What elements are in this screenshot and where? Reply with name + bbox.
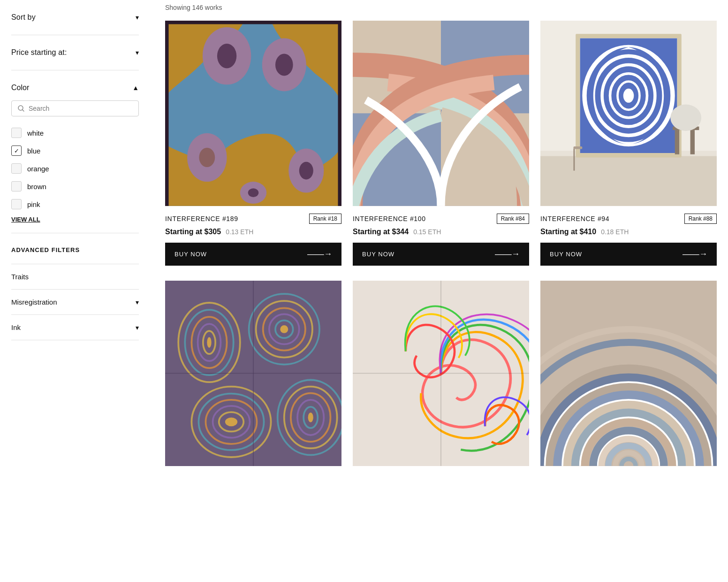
artwork-card-6 (540, 281, 717, 477)
svg-point-10 (299, 162, 313, 180)
sort-by-label: Sort by (11, 13, 36, 22)
artwork-meta-1: INTERFERENCE #189 Rank #18 (165, 214, 341, 224)
sort-by-header[interactable]: Sort by ▾ (11, 13, 139, 22)
buy-now-button-3[interactable]: BUY NOW ——→ (540, 243, 717, 266)
price-usd-1: Starting at $305 (165, 228, 221, 236)
artwork-image-5 (353, 281, 529, 466)
svg-line-1 (23, 110, 24, 112)
traits-filter[interactable]: Traits (11, 264, 139, 289)
orange-swatch (11, 163, 22, 174)
ink-label: Ink (11, 323, 21, 331)
misregistration-label: Misregistration (11, 298, 57, 306)
svg-rect-15 (338, 21, 341, 206)
ink-chevron-icon: ▾ (136, 324, 139, 331)
artwork-card-4 (165, 281, 341, 477)
price-label: Price starting at: (11, 48, 67, 57)
buy-now-arrow-3: ——→ (682, 249, 707, 259)
artwork-svg-6 (540, 281, 717, 466)
buy-now-label-2: BUY NOW (362, 251, 394, 258)
main-content: Showing 146 works (150, 0, 728, 582)
price-row-2: Starting at $344 0.15 ETH (353, 228, 529, 236)
advanced-filters-title: ADVANCED FILTERS (11, 246, 139, 253)
color-section: Color ▲ white ✓ blue (11, 70, 139, 233)
color-search-box[interactable] (11, 100, 139, 116)
artwork-title-2: INTERFERENCE #100 (353, 215, 426, 222)
svg-point-50 (280, 325, 288, 333)
traits-label: Traits (11, 273, 29, 281)
buy-now-label-1: BUY NOW (174, 251, 207, 258)
color-item-blue[interactable]: ✓ blue (11, 142, 139, 160)
price-eth-3: 0.18 ETH (601, 228, 629, 236)
price-row-1: Starting at $305 0.13 ETH (165, 228, 341, 236)
svg-point-30 (623, 89, 634, 103)
color-label-pink: pink (27, 200, 40, 208)
artwork-title-1: INTERFERENCE #189 (165, 215, 238, 222)
buy-now-label-3: BUY NOW (550, 251, 582, 258)
color-label: Color (11, 84, 29, 92)
rank-badge-1: Rank #18 (309, 214, 341, 224)
brown-swatch (11, 181, 22, 191)
svg-point-44 (207, 337, 211, 348)
color-item-brown[interactable]: brown (11, 177, 139, 195)
price-chevron-icon: ▾ (136, 49, 139, 56)
color-item-pink[interactable]: pink (11, 195, 139, 213)
artwork-svg-3 (540, 21, 717, 206)
buy-now-arrow-2: ——→ (495, 249, 520, 259)
color-label-blue: blue (27, 147, 40, 155)
color-search-input[interactable] (29, 105, 133, 112)
artwork-svg-1 (165, 21, 341, 206)
pink-swatch (11, 199, 22, 209)
svg-point-9 (199, 148, 215, 167)
sidebar: Sort by ▾ Price starting at: ▾ Color ▲ (0, 0, 150, 582)
svg-point-7 (217, 44, 236, 69)
svg-rect-33 (690, 130, 695, 154)
rank-badge-2: Rank #84 (497, 214, 529, 224)
artwork-card-2: INTERFERENCE #100 Rank #84 Starting at $… (353, 21, 529, 266)
buy-now-arrow-1: ——→ (307, 249, 332, 259)
view-all-colors[interactable]: VIEW ALL (11, 216, 40, 223)
artwork-card-1: INTERFERENCE #189 Rank #18 Starting at $… (165, 21, 341, 266)
ink-filter[interactable]: Ink ▾ (11, 314, 139, 340)
misregistration-filter[interactable]: Misregistration ▾ (11, 289, 139, 314)
color-item-orange[interactable]: orange (11, 160, 139, 177)
buy-now-button-1[interactable]: BUY NOW ——→ (165, 243, 341, 266)
artwork-meta-2: INTERFERENCE #100 Rank #84 (353, 214, 529, 224)
color-label-brown: brown (27, 183, 46, 191)
price-header[interactable]: Price starting at: ▾ (11, 48, 139, 57)
svg-point-62 (308, 413, 313, 422)
rank-badge-3: Rank #88 (684, 214, 717, 224)
color-label-white: white (27, 129, 44, 137)
advanced-filters-section: ADVANCED FILTERS Traits Misregistration … (11, 233, 139, 350)
color-chevron-icon: ▲ (132, 84, 139, 92)
artworks-grid: INTERFERENCE #189 Rank #18 Starting at $… (165, 21, 717, 477)
artwork-svg-2 (353, 21, 529, 206)
svg-rect-20 (540, 153, 717, 206)
price-eth-1: 0.13 ETH (226, 228, 253, 236)
svg-rect-36 (574, 149, 575, 171)
svg-point-35 (670, 105, 701, 131)
artwork-image-1 (165, 21, 341, 206)
artwork-image-4 (165, 281, 341, 466)
svg-rect-37 (574, 146, 583, 149)
artwork-svg-5 (353, 281, 529, 466)
buy-now-button-2[interactable]: BUY NOW ——→ (353, 243, 529, 266)
color-item-white[interactable]: white (11, 124, 139, 142)
svg-rect-14 (165, 21, 169, 206)
artwork-card-5 (353, 281, 529, 477)
white-swatch (11, 128, 22, 138)
checkmark-icon: ✓ (14, 147, 19, 154)
artwork-card-3: INTERFERENCE #94 Rank #88 Starting at $4… (540, 21, 717, 266)
artwork-svg-4 (165, 281, 341, 466)
svg-rect-32 (675, 130, 679, 154)
sort-by-section: Sort by ▾ (11, 0, 139, 35)
color-header: Color ▲ (11, 84, 139, 92)
svg-point-12 (248, 188, 259, 197)
misregistration-chevron-icon: ▾ (136, 299, 139, 306)
price-section: Price starting at: ▾ (11, 35, 139, 70)
price-row-3: Starting at $410 0.18 ETH (540, 228, 717, 236)
artwork-image-2 (353, 21, 529, 206)
price-usd-2: Starting at $344 (353, 228, 409, 236)
svg-rect-13 (165, 21, 341, 24)
price-usd-3: Starting at $410 (540, 228, 596, 236)
svg-point-56 (225, 417, 237, 426)
